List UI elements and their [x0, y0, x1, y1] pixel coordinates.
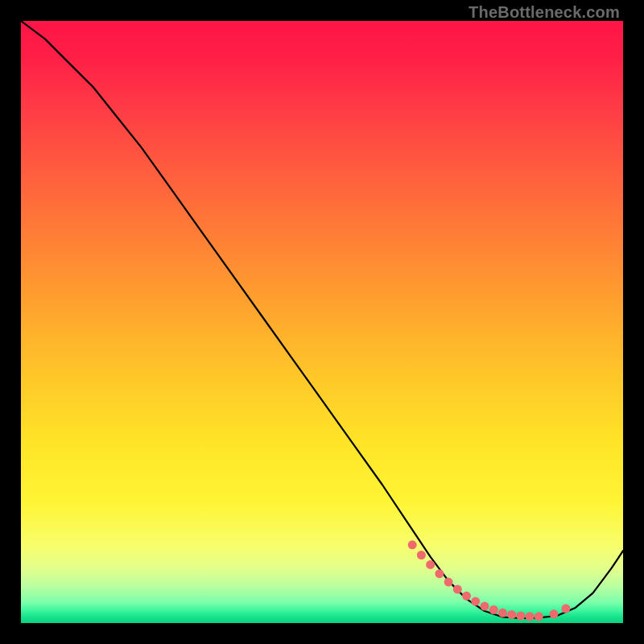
highlight-dot	[489, 605, 498, 614]
highlight-dot	[550, 609, 559, 618]
highlight-dot	[498, 609, 507, 617]
highlight-dot	[535, 612, 543, 621]
chart-svg	[21, 21, 623, 623]
highlight-dot	[561, 605, 570, 613]
optimal-region-dots	[408, 540, 571, 621]
watermark-label: TheBottleneck.com	[469, 3, 620, 22]
highlight-dot	[462, 592, 471, 601]
highlight-dot	[507, 610, 516, 619]
highlight-dot	[481, 602, 489, 611]
chart-stage: TheBottleneck.com	[0, 0, 644, 644]
highlight-dot	[516, 612, 525, 621]
highlight-dot	[435, 569, 444, 578]
highlight-dot	[408, 540, 417, 549]
highlight-dot	[453, 585, 462, 594]
highlight-dot	[444, 578, 453, 587]
highlight-dot	[417, 551, 426, 559]
highlight-dot	[526, 612, 535, 621]
bottleneck-curve	[21, 21, 623, 618]
highlight-dot	[426, 560, 435, 569]
highlight-dot	[471, 597, 480, 606]
chart-plot-area	[21, 21, 623, 623]
